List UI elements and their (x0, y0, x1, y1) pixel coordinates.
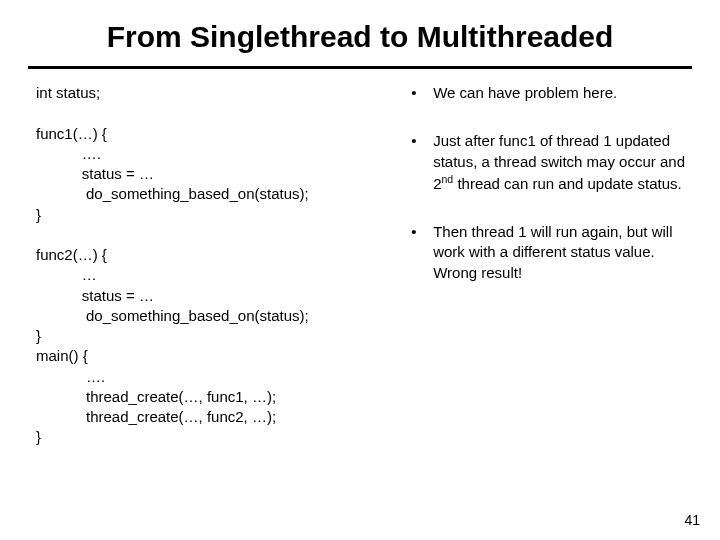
code-line: } (36, 206, 41, 223)
bullet-dot: • (411, 131, 433, 194)
code-line: } (36, 327, 41, 344)
bullet-dot: • (411, 222, 433, 283)
code-line: func2(…) { (36, 246, 107, 263)
slide-body: int status; func1(…) { …. status = … do_… (0, 69, 720, 448)
bullet-item: • Then thread 1 will run again, but will… (411, 222, 700, 283)
code-line: status = … (36, 165, 154, 182)
superscript: nd (442, 173, 454, 185)
bullet-text: We can have problem here. (433, 83, 700, 103)
code-line: …. (36, 145, 101, 162)
code-line: func1(…) { (36, 125, 107, 142)
bullet-item: • We can have problem here. (411, 83, 700, 103)
code-block: int status; func1(…) { …. status = … do_… (36, 83, 401, 448)
code-line: do_something_based_on(status); (36, 307, 309, 324)
code-line: do_something_based_on(status); (36, 185, 309, 202)
bullet-dot: • (411, 83, 433, 103)
slide-title: From Singlethread to Multithreaded (0, 0, 720, 66)
code-line: thread_create(…, func2, …); (36, 408, 276, 425)
page-number: 41 (684, 512, 700, 528)
bullet-list: • We can have problem here. • Just after… (401, 83, 700, 448)
bullet-text: Then thread 1 will run again, but will w… (433, 222, 700, 283)
code-line: … (36, 266, 97, 283)
code-line: thread_create(…, func1, …); (36, 388, 276, 405)
code-line: int status; (36, 84, 100, 101)
code-line: } (36, 428, 41, 445)
code-line: main() { (36, 347, 88, 364)
code-line: status = … (36, 287, 154, 304)
code-line: …. (36, 368, 105, 385)
bullet-item: • Just after func1 of thread 1 updated s… (411, 131, 700, 194)
bullet-text: Just after func1 of thread 1 updated sta… (433, 131, 700, 194)
slide: From Singlethread to Multithreaded int s… (0, 0, 720, 540)
